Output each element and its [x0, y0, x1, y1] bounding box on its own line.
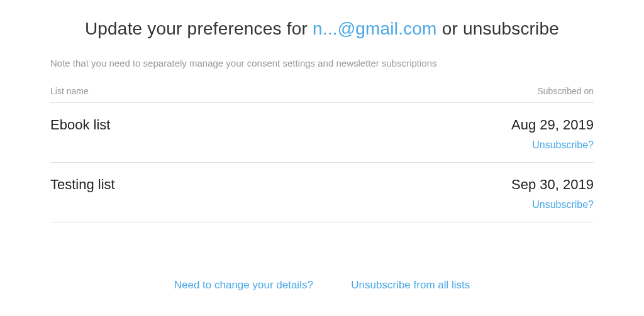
page-title: Update your preferences for n...@gmail.c… — [50, 19, 594, 39]
title-prefix: Update your preferences for — [85, 19, 313, 38]
subscription-row: Testing list Sep 30, 2019 Unsubscribe? — [50, 163, 594, 222]
title-suffix: or unsubscribe — [437, 19, 559, 38]
consent-note: Note that you need to separately manage … — [50, 58, 594, 68]
change-details-link[interactable]: Need to change your details? — [174, 279, 313, 291]
table-header: List name Subscribed on — [50, 86, 594, 103]
subscription-row: Ebook list Aug 29, 2019 Unsubscribe? — [50, 103, 594, 163]
list-name: Ebook list — [50, 117, 110, 133]
unsubscribe-link[interactable]: Unsubscribe? — [532, 199, 594, 210]
subscribed-date: Aug 29, 2019 — [511, 117, 594, 133]
list-name: Testing list — [50, 177, 115, 193]
column-subscribed-on: Subscribed on — [537, 86, 594, 96]
unsubscribe-all-link[interactable]: Unsubscribe from all lists — [351, 279, 470, 291]
footer-links: Need to change your details? Unsubscribe… — [50, 279, 594, 291]
email-link[interactable]: n...@gmail.com — [313, 19, 437, 38]
column-list-name: List name — [50, 86, 89, 96]
unsubscribe-link[interactable]: Unsubscribe? — [532, 139, 594, 150]
subscribed-date: Sep 30, 2019 — [511, 177, 594, 193]
